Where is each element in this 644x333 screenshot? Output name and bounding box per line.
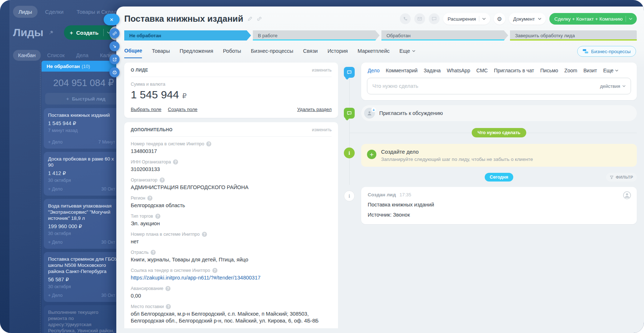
stage-in-progress[interactable]: В работе (253, 30, 380, 40)
document-button[interactable]: Документ (509, 13, 546, 25)
card-due: 30 Окт (101, 240, 115, 245)
lead-title: Поставка книжных изданий (124, 14, 243, 24)
lead-details-column: О ЛИДЕ изменить Сумма и валюта 1 545 944… (124, 63, 338, 328)
tab-zoom[interactable]: Zoom (564, 68, 577, 73)
slider-controls: × (104, 14, 120, 77)
lead-card[interactable]: Доска пробковая в раме 60 x 90 1 412 ₽ 3… (44, 152, 129, 196)
select-field-link[interactable]: Выбрать поле (131, 107, 161, 112)
pin-icon[interactable] (48, 30, 54, 35)
add-activity-link[interactable]: + Дело (48, 140, 62, 145)
add-activity-link[interactable]: + Дело (48, 187, 62, 192)
invite-discussion-row[interactable]: + Пригласить к обсуждению (361, 105, 637, 121)
tab-products[interactable]: Товары (152, 48, 170, 58)
tab-quotes[interactable]: Предложения (180, 48, 213, 58)
field-label: Организатор (131, 178, 157, 183)
help-icon[interactable]: ? (206, 141, 211, 146)
view-tab-kanban[interactable]: Канбан (13, 50, 41, 61)
tender-link[interactable]: https://zakupki.initpro.ru/app-n611/?#/t… (131, 274, 332, 281)
tab-general[interactable]: Общие (124, 48, 142, 58)
business-processes-button[interactable]: Бизнес-процессы (577, 46, 636, 57)
help-icon[interactable]: ? (166, 304, 171, 309)
lead-card[interactable]: Поставка стремянок для ГБОУ школы N508 М… (44, 252, 129, 302)
tab-more[interactable]: Еще (399, 48, 416, 58)
tab-letter[interactable]: Письмо (540, 68, 558, 73)
link-icon[interactable] (257, 16, 262, 21)
entry-text: Поставка книжных изданий (368, 202, 630, 208)
field-value: 134800317 (131, 148, 332, 155)
gear-icon: ⚙ (497, 16, 502, 22)
copy-link-button[interactable] (109, 28, 120, 38)
open-new-window-button[interactable] (109, 54, 120, 64)
tab-task[interactable]: Задача (424, 68, 441, 73)
lead-card[interactable]: Вода питьевая упакованная "Экотранссерви… (44, 199, 129, 249)
settings-button[interactable]: ⚙ (494, 13, 505, 25)
extensions-button[interactable]: Расширения (443, 13, 490, 25)
stage-unprocessed[interactable]: Не обработан (124, 30, 251, 40)
help-icon[interactable]: ? (212, 268, 217, 273)
call-button[interactable] (400, 13, 411, 24)
print-button[interactable] (109, 67, 120, 77)
column-count: (10) (82, 64, 90, 69)
lead-stage-bar: Не обработан В работе Обработан Завершит… (124, 30, 637, 40)
tab-robots[interactable]: Роботы (223, 48, 241, 58)
entry-time: 17:35 (399, 192, 411, 197)
tab-more[interactable]: Еще (603, 68, 619, 73)
add-activity-link[interactable]: + Дело (48, 293, 62, 298)
avatar-icon (623, 191, 631, 199)
tab-activity[interactable]: Дело (368, 68, 380, 73)
email-button[interactable] (414, 13, 425, 24)
create-field-link[interactable]: Создать поле (168, 107, 198, 112)
stage-finish[interactable]: Завершить обработку лида (510, 30, 637, 40)
timeline-filter-button[interactable]: ФИЛЬТР (606, 173, 637, 182)
lead-currency: ₽ (182, 92, 186, 100)
close-slider-button[interactable]: × (104, 14, 120, 25)
tab-sms[interactable]: СМС (476, 68, 488, 73)
field-label: Ссылка на тендер в системе Инитпро (131, 268, 210, 273)
tab-comment[interactable]: Комментарий (386, 68, 418, 73)
chat-button[interactable] (429, 13, 440, 24)
nav-item-leads[interactable]: Лиды (13, 6, 38, 18)
plus-icon: + (70, 30, 73, 36)
todo-input[interactable] (372, 83, 600, 89)
tab-history[interactable]: История (328, 48, 348, 58)
bp-label: Бизнес-процессы (591, 49, 631, 54)
chevron-down-icon[interactable] (482, 18, 486, 20)
help-icon[interactable]: ? (165, 286, 170, 291)
tab-marketplace[interactable]: Маркетплейс (358, 48, 390, 58)
plus-icon: + (66, 96, 69, 102)
tab-whatsapp[interactable]: WhatsApp (447, 68, 470, 73)
timeline-entry-lead-created[interactable]: i Создан лид 17:35 Поставка книжных изда… (361, 187, 637, 224)
help-icon[interactable]: ? (155, 214, 160, 219)
help-icon[interactable]: ? (147, 196, 152, 201)
chevron-down-icon[interactable] (538, 18, 541, 20)
stage-processed[interactable]: Обработан (381, 30, 508, 40)
help-icon[interactable]: ? (202, 232, 207, 237)
card-price: 199 960 000 ₽ (48, 223, 124, 229)
help-icon[interactable]: ? (160, 178, 165, 183)
help-icon[interactable]: ? (173, 159, 178, 165)
delete-section-link[interactable]: Удалить раздел (297, 107, 332, 112)
add-activity-link[interactable]: + Дело (48, 240, 62, 245)
tab-workflows[interactable]: Бизнес-процессы (251, 48, 294, 58)
todo-pill-button[interactable]: Что нужно сделать (472, 128, 526, 137)
view-tab-activities[interactable]: Дела (71, 50, 94, 61)
tab-links[interactable]: Связи (303, 48, 318, 58)
actions-dropdown[interactable]: действия (600, 84, 626, 89)
minimize-slider-button[interactable] (109, 41, 120, 51)
view-tab-list[interactable]: Список (42, 50, 70, 61)
lead-card[interactable]: Выполнение текущего ремонта по адресу:Уд… (44, 305, 129, 333)
field-label: Место поставки (131, 304, 164, 309)
create-activity-hint[interactable]: i + Создайте дело Запланируйте следующий… (361, 144, 637, 167)
quick-lead-button[interactable]: + Быстрый лид (45, 93, 126, 104)
nav-item-deals[interactable]: Сделки (40, 6, 69, 18)
edit-title-icon[interactable] (247, 16, 252, 21)
help-icon[interactable]: ? (151, 250, 156, 255)
tab-invite-chat[interactable]: Пригласить в чат (494, 68, 534, 73)
edit-section-link[interactable]: изменить (312, 68, 332, 73)
edit-section-link[interactable]: изменить (312, 127, 332, 132)
create-deal-contact-company-button[interactable]: Сделку + Контакт + Компанию (549, 13, 637, 25)
tab-visit[interactable]: Визит (583, 68, 597, 73)
chevron-down-icon[interactable] (629, 18, 632, 20)
lead-card[interactable]: Поставка книжных изданий 1 545 944 ₽ 7 м… (44, 108, 129, 149)
todo-separator: Что нужно сделать (361, 128, 637, 137)
